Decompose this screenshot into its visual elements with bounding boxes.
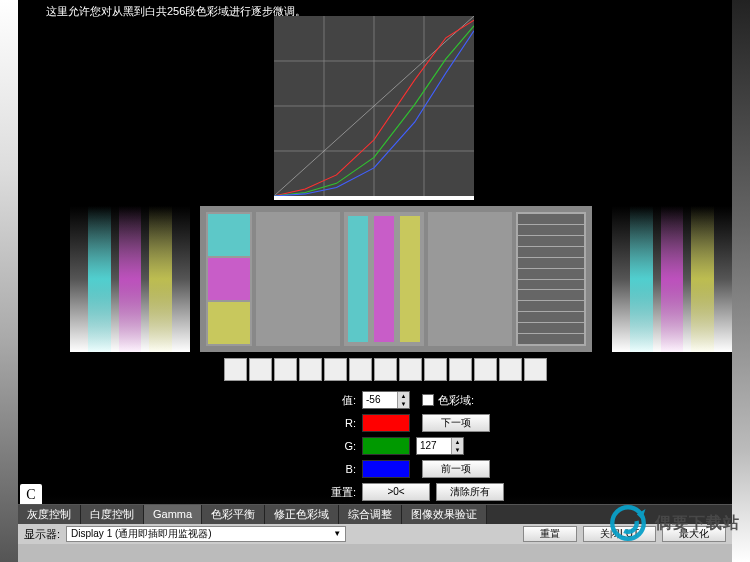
reset-button[interactable]: 重置 — [523, 526, 577, 542]
tone-swatch-row[interactable] — [224, 358, 547, 381]
reset-label: 重置: — [318, 485, 362, 500]
preview-left — [70, 206, 190, 352]
value-label: 值: — [318, 393, 362, 408]
prev-button[interactable]: 前一项 — [422, 460, 490, 478]
preview-center — [200, 206, 592, 352]
g-color-box[interactable] — [362, 437, 410, 455]
tab-color-balance[interactable]: 色彩平衡 — [202, 505, 265, 525]
status-bar — [18, 544, 732, 562]
reset-zero-button[interactable]: >0< — [362, 483, 430, 501]
tab-bar: 灰度控制 白度控制 Gamma 色彩平衡 修正色彩域 综合调整 图像效果验证 — [18, 504, 732, 524]
maximize-button[interactable]: 最大化 — [662, 526, 726, 542]
bottom-toolbar: 显示器: Display 1 (通用即插即用监视器) ▼ 重置 关闭LUT 最大… — [18, 524, 732, 544]
next-button[interactable]: 下一项 — [422, 414, 490, 432]
swatch-column — [206, 212, 252, 346]
grey-block-2 — [428, 212, 512, 346]
display-label: 显示器: — [24, 527, 60, 542]
b-color-box[interactable] — [362, 460, 410, 478]
tab-gamma[interactable]: Gamma — [144, 505, 202, 525]
spin-up-icon[interactable]: ▲ — [397, 392, 409, 400]
graph-baseline — [274, 196, 474, 200]
gamut-checkbox[interactable] — [422, 394, 434, 406]
tab-image-verify[interactable]: 图像效果验证 — [402, 505, 487, 525]
secondary-value-input[interactable]: 127 ▲▼ — [416, 437, 464, 455]
tab-gamut-correction[interactable]: 修正色彩域 — [265, 505, 339, 525]
gamma-curve-graph[interactable] — [274, 16, 474, 196]
c-badge: C — [20, 484, 42, 506]
gamut-checkbox-label: 色彩域: — [438, 393, 474, 408]
preview-row — [18, 206, 732, 352]
close-lut-button[interactable]: 关闭LUT — [583, 526, 656, 542]
clear-all-button[interactable]: 清除所有 — [436, 483, 504, 501]
vertical-bars — [344, 212, 424, 346]
adjustment-controls: 值: -56 ▲▼ 色彩域: R: 下一项 G: 127 ▲▼ B: 前一项 — [318, 390, 588, 505]
chevron-down-icon: ▼ — [333, 527, 341, 541]
spin-down-icon[interactable]: ▼ — [451, 446, 463, 454]
r-color-box[interactable] — [362, 414, 410, 432]
spin-up-icon[interactable]: ▲ — [451, 438, 463, 446]
r-label: R: — [318, 417, 362, 429]
b-label: B: — [318, 463, 362, 475]
value-input[interactable]: -56 ▲▼ — [362, 391, 410, 409]
main-panel: 这里允许您对从黑到白共256段色彩域进行逐步微调。 — [18, 0, 732, 562]
spin-down-icon[interactable]: ▼ — [397, 400, 409, 408]
right-gradient-strip — [732, 0, 750, 562]
display-select[interactable]: Display 1 (通用即插即用监视器) ▼ — [66, 526, 346, 542]
preview-right — [612, 206, 732, 352]
grey-block-1 — [256, 212, 340, 346]
tab-combined[interactable]: 综合调整 — [339, 505, 402, 525]
tab-grey-control[interactable]: 灰度控制 — [18, 505, 81, 525]
left-gradient-strip — [0, 0, 18, 562]
tab-white-control[interactable]: 白度控制 — [81, 505, 144, 525]
g-label: G: — [318, 440, 362, 452]
line-pattern — [516, 212, 586, 346]
